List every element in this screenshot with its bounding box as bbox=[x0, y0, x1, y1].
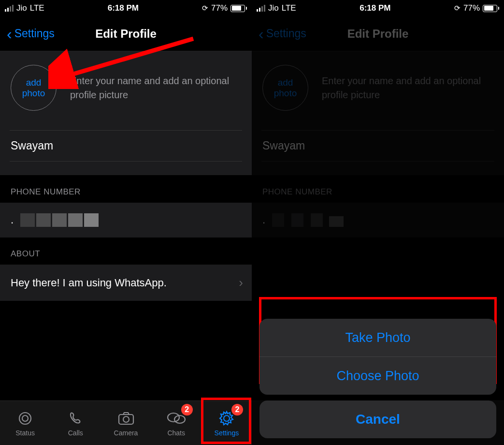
name-field[interactable]: Swayam bbox=[10, 130, 242, 162]
page-title: Edit Profile bbox=[95, 27, 157, 41]
network-label: LTE bbox=[30, 3, 44, 13]
add-photo-button[interactable]: add photo bbox=[262, 65, 308, 111]
phone-redacted bbox=[20, 213, 99, 227]
status-left: Jio LTE bbox=[5, 3, 44, 13]
add-photo-line2: photo bbox=[274, 88, 297, 99]
take-photo-button[interactable]: Take Photo bbox=[259, 319, 496, 356]
status-left: Jio LTE bbox=[257, 3, 296, 13]
section-gap-2: ABOUT bbox=[0, 237, 252, 265]
add-photo-line2: photo bbox=[22, 88, 45, 99]
phone-section-header: PHONE NUMBER bbox=[0, 187, 91, 203]
network-label: LTE bbox=[282, 3, 296, 13]
clock: 6:18 PM bbox=[360, 3, 390, 13]
tab-calls[interactable]: Calls bbox=[50, 401, 101, 445]
add-photo-line1: add bbox=[26, 77, 42, 88]
phone-prefix: . bbox=[262, 214, 265, 226]
nav-bar: ‹ Settings Edit Profile bbox=[252, 16, 504, 51]
content: add photo Enter your name and add an opt… bbox=[0, 51, 252, 301]
screenshot-left: Jio LTE 6:18 PM ⟳ 77% ‹ Settings Edit Pr… bbox=[0, 0, 252, 445]
back-button[interactable]: ‹ Settings bbox=[259, 27, 306, 40]
status-bar: Jio LTE 6:18 PM ⟳ 77% bbox=[0, 0, 252, 16]
tab-chats[interactable]: Chats 2 bbox=[151, 401, 202, 445]
annotation-box-settings bbox=[201, 398, 251, 444]
tab-label: Chats bbox=[167, 429, 185, 437]
status-right: ⟳ 77% bbox=[202, 3, 247, 13]
about-text: Hey there! I am using WhatsApp. bbox=[11, 277, 167, 289]
carrier-label: Jio bbox=[16, 3, 27, 13]
svg-point-2 bbox=[22, 415, 28, 421]
screenshot-right: Jio LTE 6:18 PM ⟳ 77% ‹ Settings Edit Pr… bbox=[252, 0, 504, 445]
nav-bar: ‹ Settings Edit Profile bbox=[0, 16, 252, 51]
battery-icon bbox=[230, 5, 247, 12]
add-photo-button[interactable]: add photo bbox=[11, 65, 57, 111]
status-icon bbox=[17, 410, 33, 427]
back-button[interactable]: ‹ Settings bbox=[7, 27, 55, 40]
svg-point-1 bbox=[19, 413, 31, 424]
tab-status[interactable]: Status bbox=[0, 401, 50, 445]
profile-section: add photo Enter your name and add an opt… bbox=[252, 51, 504, 176]
back-label: Settings bbox=[14, 27, 55, 40]
phone-icon bbox=[68, 410, 83, 427]
section-gap: PHONE NUMBER bbox=[252, 176, 504, 203]
signal-icon bbox=[5, 5, 14, 12]
profile-section: add photo Enter your name and add an opt… bbox=[0, 51, 252, 176]
profile-hint: Enter your name and add an optional prof… bbox=[70, 74, 241, 102]
action-sheet-options: Take Photo Choose Photo bbox=[259, 319, 496, 395]
tab-label: Camera bbox=[114, 429, 138, 437]
phone-number-row: . bbox=[0, 203, 252, 237]
battery-percent: 77% bbox=[463, 3, 480, 13]
add-photo-line1: add bbox=[278, 77, 293, 88]
action-sheet: Take Photo Choose Photo Cancel bbox=[259, 319, 496, 438]
chats-badge: 2 bbox=[181, 404, 193, 415]
chevron-left-icon: ‹ bbox=[259, 30, 264, 38]
camera-icon bbox=[117, 410, 135, 427]
svg-point-5 bbox=[168, 413, 179, 422]
tab-camera[interactable]: Camera bbox=[101, 401, 151, 445]
profile-hint: Enter your name and add an optional prof… bbox=[322, 74, 493, 102]
signal-icon bbox=[257, 5, 265, 12]
tab-label: Status bbox=[15, 429, 35, 437]
clock: 6:18 PM bbox=[108, 3, 139, 13]
svg-point-4 bbox=[123, 416, 129, 422]
chevron-right-icon: › bbox=[239, 275, 243, 290]
tab-label: Calls bbox=[68, 429, 83, 437]
status-bar: Jio LTE 6:18 PM ⟳ 77% bbox=[252, 0, 504, 16]
section-gap: PHONE NUMBER bbox=[0, 176, 252, 203]
battery-icon bbox=[483, 5, 499, 12]
back-label: Settings bbox=[266, 27, 306, 40]
chevron-left-icon: ‹ bbox=[7, 30, 12, 38]
orientation-lock-icon: ⟳ bbox=[202, 4, 208, 13]
orientation-lock-icon: ⟳ bbox=[454, 4, 461, 13]
about-section-header: ABOUT bbox=[0, 249, 51, 265]
carrier-label: Jio bbox=[268, 3, 279, 13]
phone-number-row: . bbox=[252, 203, 504, 237]
phone-redacted bbox=[272, 213, 344, 227]
phone-section-header: PHONE NUMBER bbox=[252, 187, 343, 203]
cancel-button[interactable]: Cancel bbox=[259, 400, 496, 438]
phone-prefix: . bbox=[11, 214, 14, 226]
name-field[interactable]: Swayam bbox=[261, 130, 494, 162]
status-right: ⟳ 77% bbox=[454, 3, 499, 13]
battery-percent: 77% bbox=[211, 3, 228, 13]
choose-photo-button[interactable]: Choose Photo bbox=[259, 357, 496, 395]
about-row[interactable]: Hey there! I am using WhatsApp. › bbox=[0, 265, 252, 301]
page-title: Edit Profile bbox=[347, 27, 409, 41]
svg-point-6 bbox=[174, 415, 185, 423]
content: add photo Enter your name and add an opt… bbox=[252, 51, 504, 237]
